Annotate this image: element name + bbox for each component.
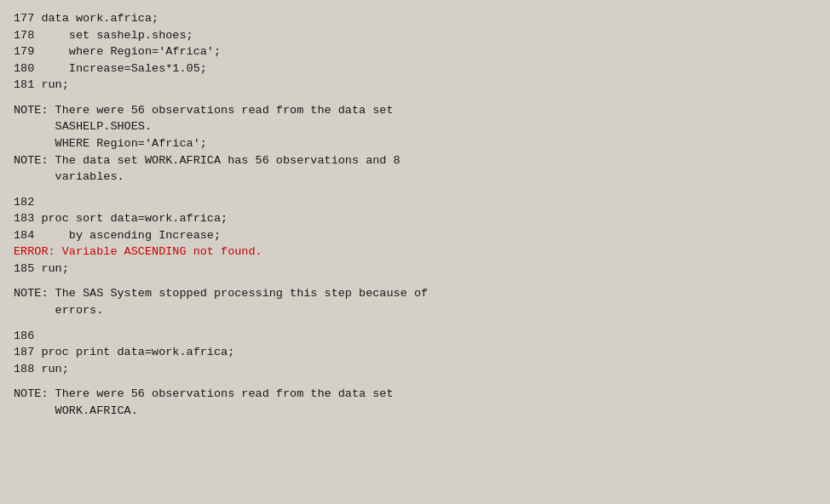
log-line: variables. <box>14 169 816 186</box>
log-spacer <box>14 319 816 328</box>
log-line: errors. <box>14 302 816 319</box>
log-line: WHERE Region='Africa'; <box>14 135 816 152</box>
log-spacer <box>14 377 816 386</box>
log-spacer <box>14 277 816 285</box>
log-line: NOTE: The SAS System stopped processing … <box>14 285 816 302</box>
log-line: 184 by ascending Increase; <box>14 227 816 244</box>
log-line: 188 run; <box>14 361 816 378</box>
log-line: ERROR: Variable ASCENDING not found. <box>14 243 816 261</box>
log-line: 183 proc sort data=work.africa; <box>14 210 816 227</box>
log-line: 185 run; <box>14 261 816 278</box>
log-line: SASHELP.SHOES. <box>14 118 816 135</box>
log-line: NOTE: There were 56 observations read fr… <box>14 102 816 119</box>
log-spacer <box>14 94 816 102</box>
log-line: WORK.AFRICA. <box>14 403 816 420</box>
log-line: 186 <box>14 328 816 345</box>
log-line: 182 <box>14 194 816 211</box>
log-line: 178 set sashelp.shoes; <box>14 27 816 44</box>
log-line: 177 data work.africa; <box>14 10 816 27</box>
log-line: 179 where Region='Africa'; <box>14 43 816 60</box>
log-line: 187 proc print data=work.africa; <box>14 344 816 361</box>
log-line: NOTE: The data set WORK.AFRICA has 56 ob… <box>14 152 816 169</box>
log-spacer <box>14 186 816 194</box>
log-line: NOTE: There were 56 observations read fr… <box>14 386 816 403</box>
log-line: 180 Increase=Sales*1.05; <box>14 60 816 77</box>
log-line: 181 run; <box>14 77 816 94</box>
log-container: 177 data work.africa;178 set sashelp.sho… <box>0 0 830 504</box>
